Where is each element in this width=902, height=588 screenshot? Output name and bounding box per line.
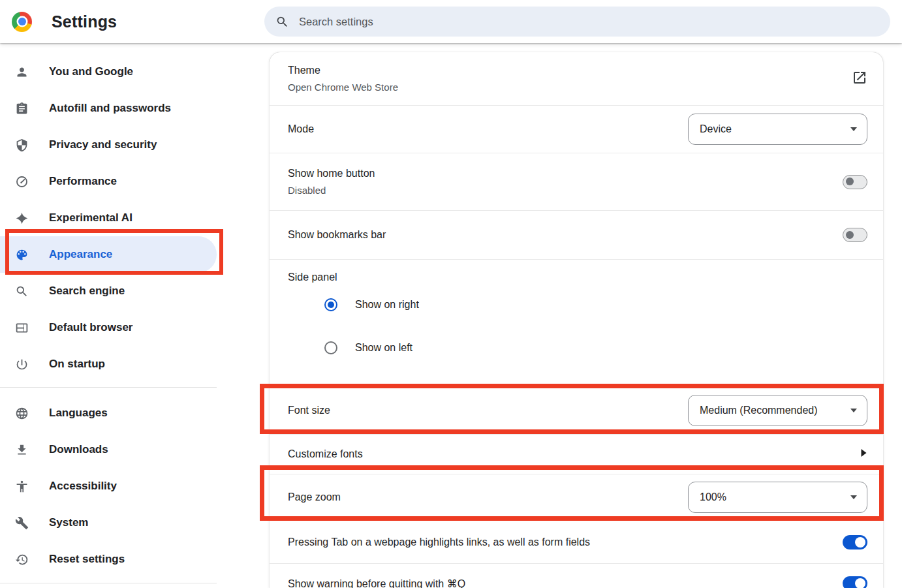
sidebar-item-label: Default browser bbox=[49, 321, 132, 334]
quit-warning-toggle[interactable] bbox=[843, 576, 867, 588]
sidebar: You and Google Autofill and passwords Pr… bbox=[0, 43, 270, 588]
page-title: Settings bbox=[52, 12, 117, 31]
font-size-dropdown-value: Medium (Recommended) bbox=[700, 405, 818, 416]
browser-window-icon bbox=[15, 321, 29, 335]
show-home-button-sublabel: Disabled bbox=[288, 185, 843, 196]
sidebar-item-label: Accessibility bbox=[49, 480, 117, 493]
search-bar[interactable] bbox=[264, 7, 890, 37]
search-icon bbox=[275, 15, 289, 29]
globe-icon bbox=[15, 407, 29, 420]
shield-icon bbox=[15, 138, 29, 152]
customize-fonts-row[interactable]: Customize fonts bbox=[270, 435, 883, 474]
header: Settings bbox=[0, 0, 902, 43]
theme-sublabel: Open Chrome Web Store bbox=[288, 82, 852, 93]
tab-highlight-label: Pressing Tab on a webpage highlights lin… bbox=[288, 536, 843, 548]
mode-dropdown-value: Device bbox=[700, 123, 732, 135]
show-bookmarks-bar-row: Show bookmarks bar bbox=[270, 211, 883, 260]
page-zoom-dropdown-value: 100% bbox=[700, 491, 726, 503]
history-icon bbox=[15, 553, 29, 566]
clipboard-icon bbox=[15, 102, 29, 116]
page-zoom-label: Page zoom bbox=[288, 491, 688, 503]
quit-warning-label: Show warning before quitting with ⌘Q bbox=[288, 578, 843, 588]
quit-warning-row: Show warning before quitting with ⌘Q bbox=[270, 564, 883, 588]
sidebar-item-experimental-ai[interactable]: Experimental AI bbox=[0, 200, 217, 236]
appearance-settings-card: Theme Open Chrome Web Store Mode Device … bbox=[270, 52, 883, 588]
sidebar-item-label: Reset settings bbox=[49, 553, 125, 566]
sidebar-item-label: Downloads bbox=[49, 443, 108, 456]
sidebar-item-label: Languages bbox=[49, 407, 108, 420]
sidebar-item-label: Autofill and passwords bbox=[49, 102, 171, 115]
sidebar-item-languages[interactable]: Languages bbox=[0, 395, 217, 431]
sidebar-item-label: Appearance bbox=[49, 248, 112, 261]
side-panel-option-show-on-left[interactable]: Show on left bbox=[288, 326, 867, 369]
sidebar-item-default-browser[interactable]: Default browser bbox=[0, 309, 217, 346]
theme-label: Theme bbox=[288, 65, 852, 76]
radio-selected-icon[interactable] bbox=[324, 298, 337, 311]
radio-label: Show on right bbox=[355, 299, 419, 311]
search-icon bbox=[15, 285, 29, 298]
page-zoom-row: Page zoom 100% bbox=[270, 474, 883, 521]
content: You and Google Autofill and passwords Pr… bbox=[0, 43, 902, 588]
mode-dropdown[interactable]: Device bbox=[688, 114, 867, 145]
sparkle-icon bbox=[15, 211, 29, 225]
sidebar-item-on-startup[interactable]: On startup bbox=[0, 346, 217, 382]
show-bookmarks-bar-toggle[interactable] bbox=[843, 228, 867, 242]
sidebar-item-downloads[interactable]: Downloads bbox=[0, 431, 217, 468]
dropdown-caret-icon bbox=[850, 409, 857, 412]
sidebar-item-system[interactable]: System bbox=[0, 504, 217, 541]
sidebar-item-privacy[interactable]: Privacy and security bbox=[0, 127, 217, 163]
toggle-knob bbox=[846, 231, 854, 239]
wrench-icon bbox=[15, 516, 29, 530]
page-zoom-dropdown[interactable]: 100% bbox=[688, 482, 867, 513]
show-bookmarks-bar-label: Show bookmarks bar bbox=[288, 229, 843, 241]
sidebar-item-label: You and Google bbox=[49, 65, 133, 78]
theme-row[interactable]: Theme Open Chrome Web Store bbox=[270, 52, 883, 106]
dropdown-caret-icon bbox=[850, 495, 857, 499]
customize-fonts-label: Customize fonts bbox=[288, 448, 860, 460]
sidebar-item-appearance[interactable]: Appearance bbox=[0, 236, 217, 273]
open-in-new-icon[interactable] bbox=[852, 70, 867, 88]
show-home-button-label: Show home button bbox=[288, 168, 843, 179]
search-input[interactable] bbox=[298, 15, 880, 29]
sidebar-item-autofill[interactable]: Autofill and passwords bbox=[0, 90, 217, 127]
radio-unselected-icon[interactable] bbox=[324, 341, 337, 354]
tab-highlight-row: Pressing Tab on a webpage highlights lin… bbox=[270, 521, 883, 564]
sidebar-item-label: Performance bbox=[49, 175, 117, 188]
sidebar-item-performance[interactable]: Performance bbox=[0, 163, 217, 200]
speedometer-icon bbox=[15, 175, 29, 189]
side-panel-section: Side panel Show on right Show on left bbox=[270, 260, 883, 386]
sidebar-item-you-and-google[interactable]: You and Google bbox=[0, 54, 217, 90]
chrome-logo-icon[interactable] bbox=[12, 12, 32, 32]
brand: Settings bbox=[0, 12, 264, 32]
sidebar-item-label: System bbox=[49, 516, 88, 529]
sidebar-item-accessibility[interactable]: Accessibility bbox=[0, 468, 217, 504]
font-size-dropdown[interactable]: Medium (Recommended) bbox=[688, 395, 867, 426]
show-home-button-row: Show home button Disabled bbox=[270, 153, 883, 211]
sidebar-item-reset-settings[interactable]: Reset settings bbox=[0, 541, 217, 578]
font-size-row: Font size Medium (Recommended) bbox=[270, 386, 883, 435]
side-panel-option-show-on-right[interactable]: Show on right bbox=[288, 283, 867, 326]
sidebar-item-label: Search engine bbox=[49, 285, 125, 298]
sidebar-item-label: Experimental AI bbox=[49, 211, 132, 224]
chevron-right-icon bbox=[860, 448, 867, 460]
dropdown-caret-icon bbox=[850, 127, 857, 131]
sidebar-divider bbox=[0, 387, 217, 388]
sidebar-item-label: Privacy and security bbox=[49, 138, 157, 151]
palette-icon bbox=[15, 248, 29, 262]
toggle-knob bbox=[855, 578, 865, 588]
show-home-button-toggle[interactable] bbox=[843, 175, 867, 189]
mode-row: Mode Device bbox=[270, 106, 883, 153]
toggle-knob bbox=[855, 537, 865, 548]
download-icon bbox=[15, 443, 29, 457]
side-panel-label: Side panel bbox=[288, 271, 867, 283]
font-size-label: Font size bbox=[288, 405, 688, 416]
mode-label: Mode bbox=[288, 123, 688, 135]
sidebar-divider bbox=[0, 583, 217, 583]
sidebar-item-label: On startup bbox=[49, 358, 105, 371]
radio-label: Show on left bbox=[355, 342, 412, 354]
power-icon bbox=[15, 358, 29, 371]
sidebar-item-search-engine[interactable]: Search engine bbox=[0, 273, 217, 309]
person-icon bbox=[15, 65, 29, 79]
accessibility-icon bbox=[15, 480, 29, 493]
tab-highlight-toggle[interactable] bbox=[843, 535, 867, 549]
